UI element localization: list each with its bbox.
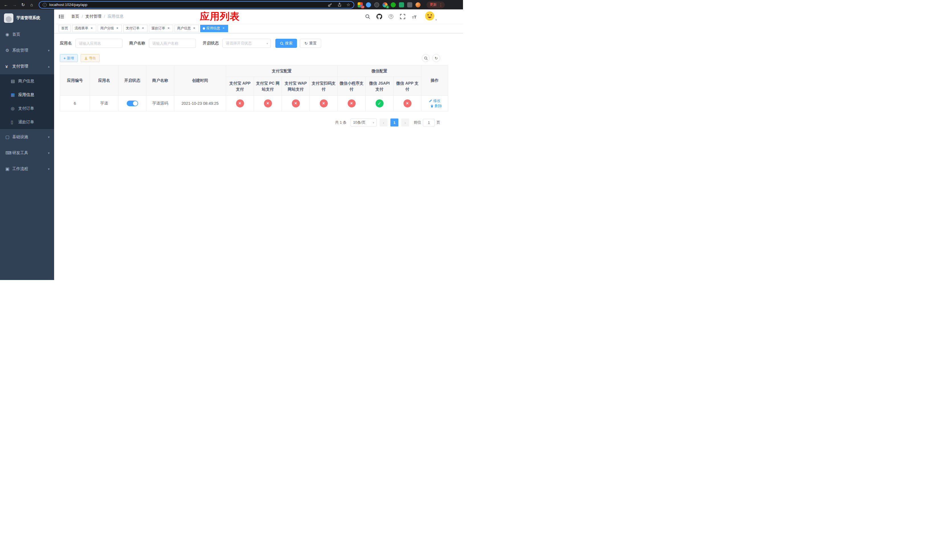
github-icon[interactable]	[377, 14, 382, 20]
merchant-name-input[interactable]	[149, 39, 196, 48]
extension-green-square-icon[interactable]	[399, 2, 404, 8]
breadcrumb-payment[interactable]: 支付管理	[85, 14, 101, 19]
toggle-search-button[interactable]	[422, 54, 430, 62]
refresh-table-button[interactable]: ↻	[432, 54, 440, 62]
app-name-input[interactable]	[76, 39, 123, 48]
sidebar-item-home[interactable]: ◉ 首页	[0, 26, 54, 42]
goto-label: 前往	[414, 120, 421, 125]
export-button[interactable]: 导出	[80, 54, 100, 62]
next-page-button[interactable]: ›	[401, 118, 409, 127]
gear-icon: ⚙	[5, 48, 12, 53]
active-dot	[203, 27, 205, 30]
tab-user-group[interactable]: 用户分组 ×	[98, 25, 122, 32]
password-key-icon[interactable]	[327, 2, 333, 8]
sidebar-item-payment-order[interactable]: ◎ 支付订单	[0, 102, 54, 115]
app-logo[interactable]: 芋道管理系统	[0, 9, 54, 26]
chrome-update-button[interactable]: 更新 ⋮	[427, 2, 445, 8]
tab-merchant-info[interactable]: 商户信息 ×	[174, 25, 199, 32]
breadcrumb-home[interactable]: 首页	[71, 14, 79, 19]
col-wechat-mini: 微信小程序支付	[338, 77, 366, 96]
chevron-down-icon: ▾	[48, 49, 50, 52]
goto-page-input[interactable]	[423, 119, 435, 127]
tags-view: 首页 流程表单 × 用户分组 × 支付订单 × 退款订单 × 商户信息 ×	[54, 24, 463, 33]
col-merchant: 商户名称	[146, 65, 174, 96]
col-app-id: 应用编号	[60, 65, 90, 96]
back-button[interactable]: ←	[2, 1, 10, 9]
browser-nav-buttons: ← → ↻ ⌂	[2, 1, 35, 9]
col-alipay-pc: 支付宝 PC 网站支付	[254, 77, 282, 96]
forward-button[interactable]: →	[11, 1, 18, 9]
extension-face-icon[interactable]	[415, 2, 421, 8]
browser-menu-icon[interactable]: ⋮	[439, 3, 443, 7]
monitor-icon: ▢	[5, 135, 12, 139]
status-select[interactable]: 请选择开启状态 ▾	[222, 39, 271, 48]
share-icon[interactable]	[337, 2, 342, 8]
sidebar-item-system[interactable]: ⚙ 系统管理 ▾	[0, 42, 54, 58]
home-button[interactable]: ⌂	[28, 1, 35, 9]
edit-button[interactable]: 修改	[429, 98, 440, 103]
page-size-select[interactable]: 10条/页 ▾	[351, 118, 377, 127]
cell-status	[118, 96, 146, 111]
extension-blue-icon[interactable]	[366, 2, 371, 8]
app-name-label: 应用名	[60, 41, 72, 46]
col-status: 开启状态	[118, 65, 146, 96]
sidebar-menu: ◉ 首页 ⚙ 系统管理 ▾ ¥ 支付管理 ▴ ▤ 商户信息 ▦ 应用信	[0, 26, 54, 177]
prev-page-button[interactable]: ‹	[380, 118, 387, 127]
coin-icon: ◎	[11, 106, 18, 111]
extension-green-circle-icon[interactable]	[391, 2, 396, 8]
extension-colorwheel-icon[interactable]: 1	[383, 2, 387, 8]
pagination-total: 共 1 条	[335, 120, 346, 125]
bookmark-star-icon[interactable]: ☆	[346, 2, 350, 8]
breadcrumb: 首页 / 支付管理 / 应用信息	[71, 14, 124, 19]
close-icon[interactable]: ×	[115, 26, 119, 30]
user-menu[interactable]: ▾	[425, 11, 437, 22]
cell-created: 2021-10-23 08:49:25	[174, 96, 226, 111]
sidebar-toggle-icon[interactable]	[59, 14, 65, 20]
document-icon: ▯	[11, 120, 18, 125]
close-icon[interactable]: ×	[192, 26, 196, 30]
pagination: 共 1 条 10条/页 ▾ ‹ 1 › 前往 页	[60, 118, 440, 127]
page-number-button[interactable]: 1	[390, 118, 398, 127]
fullscreen-icon[interactable]	[400, 14, 406, 20]
col-app-name: 应用名	[90, 65, 118, 96]
site-info-icon[interactable]: i	[43, 3, 47, 7]
close-icon[interactable]: ×	[166, 26, 171, 30]
reset-button[interactable]: ↻ 重置	[300, 39, 321, 48]
sidebar-item-workflow[interactable]: ▣ 工作流程 ▾	[0, 161, 54, 177]
reload-button[interactable]: ↻	[20, 1, 27, 9]
alipay-qr-status-icon: ×	[320, 100, 328, 107]
sidebar-item-payment[interactable]: ¥ 支付管理 ▴	[0, 58, 54, 74]
tab-process-form[interactable]: 流程表单 ×	[72, 25, 96, 32]
close-icon[interactable]: ×	[221, 26, 225, 30]
search-button[interactable]: 搜索	[275, 39, 297, 48]
sidebar-item-infrastructure[interactable]: ▢ 基础设施 ▾	[0, 129, 54, 145]
cell-app-name: 芋道	[90, 96, 118, 111]
sidebar-item-merchant-info[interactable]: ▤ 商户信息	[0, 74, 54, 88]
cell-app-id: 6	[60, 96, 90, 111]
close-icon[interactable]: ×	[90, 26, 94, 30]
app-title: 芋道管理系统	[16, 15, 40, 21]
tab-refund-order[interactable]: 退款订单 ×	[149, 25, 173, 32]
chevron-down-icon: ▾	[48, 135, 50, 139]
extension-grid-icon[interactable]: 10	[358, 2, 363, 8]
browser-chrome: ← → ↻ ⌂ i localhost:1024/pay/app ☆ 10 1	[0, 0, 463, 9]
alipay-wap-status-icon: ×	[292, 100, 300, 107]
delete-button[interactable]: 删除	[430, 103, 442, 109]
font-size-icon[interactable]: TT	[412, 14, 417, 20]
top-navbar: 首页 / 支付管理 / 应用信息 应用列表 ? TT	[54, 9, 463, 24]
tab-payment-order[interactable]: 支付订单 ×	[123, 25, 147, 32]
sidebar-item-app-info[interactable]: ▦ 应用信息	[0, 88, 54, 102]
extension-pin-icon[interactable]	[407, 2, 412, 8]
tab-app-info[interactable]: 应用信息 ×	[200, 25, 228, 32]
yen-icon: ¥	[5, 64, 12, 69]
help-icon[interactable]: ?	[388, 14, 394, 20]
search-icon[interactable]	[365, 14, 371, 20]
close-icon[interactable]: ×	[141, 26, 145, 30]
sidebar-item-refund-order[interactable]: ▯ 退款订单	[0, 115, 54, 129]
extension-dark-icon[interactable]	[374, 2, 379, 8]
add-button[interactable]: + 新增	[60, 54, 78, 62]
tab-home[interactable]: 首页	[59, 25, 71, 32]
address-bar[interactable]: i localhost:1024/pay/app ☆	[39, 1, 354, 9]
status-toggle[interactable]	[127, 101, 138, 106]
sidebar-item-dev-tools[interactable]: ⌨ 研发工具 ▾	[0, 145, 54, 161]
